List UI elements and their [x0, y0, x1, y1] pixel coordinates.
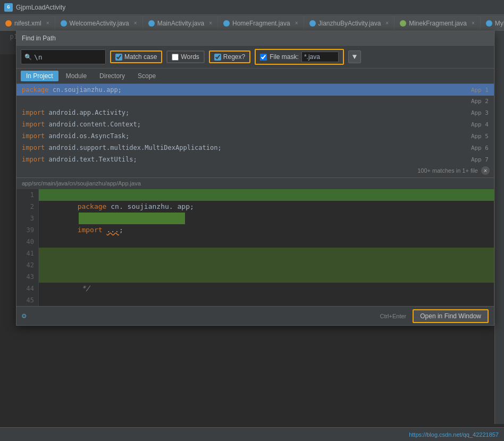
preview-line-2: 2 [16, 201, 494, 213]
search-input-wrap[interactable]: 🔍 [21, 49, 106, 64]
result-badge-1: App 1 [471, 87, 489, 94]
tab-label-main: MainActivity.java [157, 20, 204, 27]
line-num-41: 41 [16, 248, 39, 259]
tab-main[interactable]: MainActivity.java × [143, 15, 218, 30]
line-content-39 [39, 224, 494, 236]
result-row-2[interactable]: App 2 [16, 96, 494, 107]
result-badge-5: App 5 [471, 133, 489, 140]
tab-icon-minek [400, 20, 406, 27]
line-num-44: 44 [16, 283, 39, 294]
file-mask-input[interactable] [301, 52, 339, 62]
preview-line-41: 41 /** [16, 248, 494, 259]
tab-module[interactable]: Module [61, 71, 92, 81]
tab-label-mylo: MyLo [495, 20, 504, 27]
result-row-1[interactable]: package cn.soujianzhu.app; App 1 [16, 84, 494, 96]
preview-line-1: 1 package cn. soujianzhu. app; [16, 189, 494, 201]
result-badge-3: App 3 [471, 109, 489, 116]
tab-directory[interactable]: Directory [94, 71, 130, 81]
tab-label-jianzhu: JianzhuByActivity.java [318, 20, 381, 27]
tab-close-jianzhu[interactable]: × [385, 20, 389, 26]
tab-mylo[interactable]: MyLo [481, 15, 504, 30]
match-close-button[interactable]: × [481, 166, 490, 175]
words-checkbox[interactable] [172, 54, 179, 61]
file-mask-checkbox[interactable] [260, 54, 267, 61]
result-row-5[interactable]: import android.os.AsyncTask; App 5 [16, 130, 494, 142]
find-tabs: In Project Module Directory Scope [16, 69, 494, 84]
tab-jianzhu[interactable]: JianzhuByActivity.java × [304, 15, 395, 30]
preview-line-42: 42 * Created by Administrator on 2018/6/… [16, 259, 494, 271]
title-bar: G GjpmLoadActivity [0, 0, 504, 15]
line-content-40 [39, 236, 494, 248]
match-count-text: 100+ matches in 1+ file [417, 167, 478, 174]
tab-close-minek[interactable]: × [472, 20, 475, 26]
words-label[interactable]: Words [172, 53, 199, 61]
preview-line-45: 45 public class App extends MultiDexAppl… [16, 294, 494, 306]
line-num-2: 2 [16, 201, 39, 213]
line-content-1: package cn. soujianzhu. app; [39, 189, 494, 201]
tab-scope[interactable]: Scope [132, 71, 161, 81]
line-num-3: 3 [16, 213, 39, 224]
result-badge-7: App 7 [471, 156, 489, 163]
settings-gear-icon[interactable]: ⚙ [22, 311, 26, 320]
result-row-7[interactable]: import android.text.TextUtils; App 7 [16, 154, 494, 165]
find-title: Find in Path [22, 35, 56, 42]
line-num-43: 43 [16, 271, 39, 283]
find-toolbar: 🔍 Match case Words Regex? [16, 46, 494, 69]
find-header: Find in Path [16, 31, 494, 46]
line-num-42: 42 [16, 259, 39, 271]
result-badge-4: App 4 [471, 121, 489, 128]
line-content-44 [39, 283, 494, 294]
tab-manifest[interactable]: nifest.xml × [0, 15, 55, 30]
filter-icon: ▼ [352, 53, 357, 61]
tab-welcome[interactable]: WelcomeActivity.java × [55, 15, 143, 30]
match-case-label[interactable]: Match case [115, 53, 157, 61]
tab-close-manifest[interactable]: × [46, 20, 49, 26]
tab-close-welcome[interactable]: × [134, 20, 137, 26]
match-case-option: Match case [110, 50, 162, 63]
regex-label[interactable]: Regex? [214, 53, 245, 61]
tab-minek[interactable]: MinekFragment.java × [394, 15, 481, 30]
page-status-bar: https://blog.csdn.net/qq_42221857 [0, 427, 504, 441]
line-num-39: 39 [16, 224, 39, 236]
result-badge-6: App 6 [471, 145, 489, 151]
line-content-41: /** [39, 248, 494, 259]
line-content-45: public class App extends MultiDexApplica… [39, 294, 494, 306]
preview-line-44: 44 [16, 283, 494, 294]
preview-line-39: 39 [16, 224, 494, 236]
tab-close-main[interactable]: × [209, 20, 212, 26]
result-row-4[interactable]: import android.content.Context; App 4 [16, 118, 494, 130]
line-num-1: 1 [16, 189, 39, 201]
file-mask-option: File mask: [255, 49, 344, 65]
line-num-40: 40 [16, 236, 39, 248]
result-row-6[interactable]: import android.support.multidex.MultiDex… [16, 142, 494, 154]
preview-line-40: 40 [16, 236, 494, 248]
tab-in-project[interactable]: In Project [21, 71, 58, 81]
app-icon: G [4, 3, 13, 12]
tab-label-manifest: nifest.xml [14, 20, 41, 27]
tab-icon-jianzhu [309, 20, 316, 27]
match-case-checkbox[interactable] [115, 54, 122, 61]
preview-line-43: 43 */ [16, 271, 494, 283]
results-list: package cn.soujianzhu.app; App 1 App 2 i… [16, 84, 494, 165]
search-input[interactable] [34, 53, 102, 61]
filter-button[interactable]: ▼ [348, 50, 361, 63]
regex-checkbox[interactable] [214, 54, 221, 61]
preview-line-3: 3 import ...; [16, 213, 494, 224]
match-count-bar: 100+ matches in 1+ file × [16, 165, 494, 177]
dialog-bottom-left: ⚙ [22, 311, 26, 320]
result-text-5: import android.os.AsyncTask; [22, 132, 471, 140]
tab-icon-home [223, 20, 230, 27]
tab-icon-mylo [486, 20, 492, 27]
tab-close-home[interactable]: × [295, 20, 298, 26]
line-content-2 [39, 201, 494, 213]
line-content-3: import ...; [39, 213, 494, 224]
open-find-window-button[interactable]: Open in Find Window [413, 309, 489, 323]
tab-icon-welcome [61, 20, 67, 27]
result-text-3: import android.app.Activity; [22, 109, 471, 116]
result-row-3[interactable]: import android.app.Activity; App 3 [16, 107, 494, 118]
search-icon: 🔍 [24, 54, 32, 61]
result-text-4: import android.content.Context; [22, 121, 471, 128]
tab-label-minek: MinekFragment.java [409, 20, 467, 27]
dialog-bottom-bar: ⚙ Ctrl+Enter Open in Find Window [16, 306, 494, 325]
tab-home[interactable]: HomeFragment.java × [218, 15, 304, 30]
